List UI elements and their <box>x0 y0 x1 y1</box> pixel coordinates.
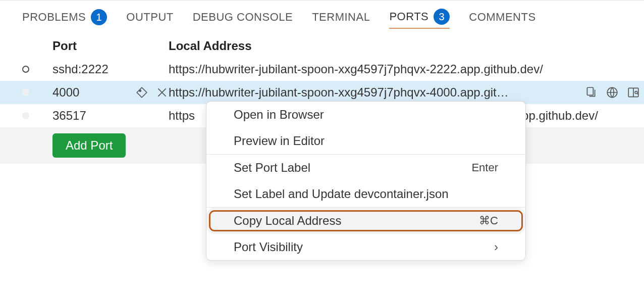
problems-badge: 1 <box>91 9 107 25</box>
chevron-right-icon: › <box>494 240 498 254</box>
context-menu: Open in Browser Preview in Editor Set Po… <box>206 101 526 261</box>
port-cell: 4000 <box>52 85 79 100</box>
tab-label: PORTS <box>389 10 428 23</box>
tab-output[interactable]: OUTPUT <box>126 11 173 27</box>
svg-rect-1 <box>587 87 593 95</box>
globe-icon[interactable] <box>606 86 619 99</box>
menu-preview-in-editor[interactable]: Preview in Editor <box>206 128 525 154</box>
tab-ports[interactable]: PORTS 3 <box>389 9 450 29</box>
ports-badge: 3 <box>434 9 450 25</box>
col-local-address: Local Address <box>169 39 644 53</box>
tag-icon[interactable] <box>135 86 148 99</box>
port-cell: 36517 <box>52 109 169 123</box>
menu-label: Preview in Editor <box>234 134 325 148</box>
port-cell: sshd:2222 <box>52 62 169 76</box>
table-header: Port Local Address <box>0 34 644 58</box>
status-indicator-icon <box>22 66 29 73</box>
tab-label: DEBUG CONSOLE <box>193 11 293 24</box>
menu-port-visibility[interactable]: Port Visibility › <box>206 234 525 260</box>
table-row[interactable]: sshd:2222 https://hubwriter-jubilant-spo… <box>0 58 644 81</box>
status-indicator-icon <box>22 112 29 119</box>
menu-set-label-update-devcontainer[interactable]: Set Label and Update devcontainer.json <box>206 181 525 207</box>
tab-comments[interactable]: COMMENTS <box>469 11 535 27</box>
menu-label: Port Visibility <box>234 240 303 254</box>
menu-label: Set Port Label <box>234 161 310 175</box>
copy-icon[interactable] <box>584 86 598 99</box>
local-address: https://hubwriter-jubilant-spoon-xxg4597… <box>169 62 543 76</box>
menu-label: Copy Local Address <box>234 214 341 228</box>
close-icon[interactable] <box>155 86 169 99</box>
local-address-right: pp.github.dev/ <box>522 109 598 123</box>
tab-problems[interactable]: PROBLEMS 1 <box>22 9 107 28</box>
tab-label: TERMINAL <box>312 11 370 24</box>
tab-debug-console[interactable]: DEBUG CONSOLE <box>193 11 293 27</box>
tab-label: COMMENTS <box>469 11 535 24</box>
menu-shortcut: Enter <box>471 161 498 174</box>
col-port: Port <box>52 39 169 53</box>
menu-open-in-browser[interactable]: Open in Browser <box>206 102 525 128</box>
tab-label: PROBLEMS <box>22 11 86 24</box>
status-indicator-icon <box>22 89 29 96</box>
menu-label: Set Label and Update devcontainer.json <box>234 187 449 201</box>
local-address-left: https <box>169 109 195 123</box>
menu-shortcut: ⌘C <box>479 214 498 227</box>
tab-terminal[interactable]: TERMINAL <box>312 11 370 27</box>
svg-point-0 <box>139 90 141 91</box>
svg-point-4 <box>635 91 637 94</box>
tab-label: OUTPUT <box>126 11 173 24</box>
panel-tabbar: PROBLEMS 1 OUTPUT DEBUG CONSOLE TERMINAL… <box>0 0 644 32</box>
menu-label: Open in Browser <box>234 108 324 122</box>
menu-set-port-label[interactable]: Set Port Label Enter <box>206 155 525 181</box>
split-preview-icon[interactable] <box>627 86 640 99</box>
local-address: https://hubwriter-jubilant-spoon-xxg4597… <box>169 85 509 100</box>
menu-copy-local-address[interactable]: Copy Local Address ⌘C <box>206 208 525 234</box>
add-port-button[interactable]: Add Port <box>52 133 126 158</box>
